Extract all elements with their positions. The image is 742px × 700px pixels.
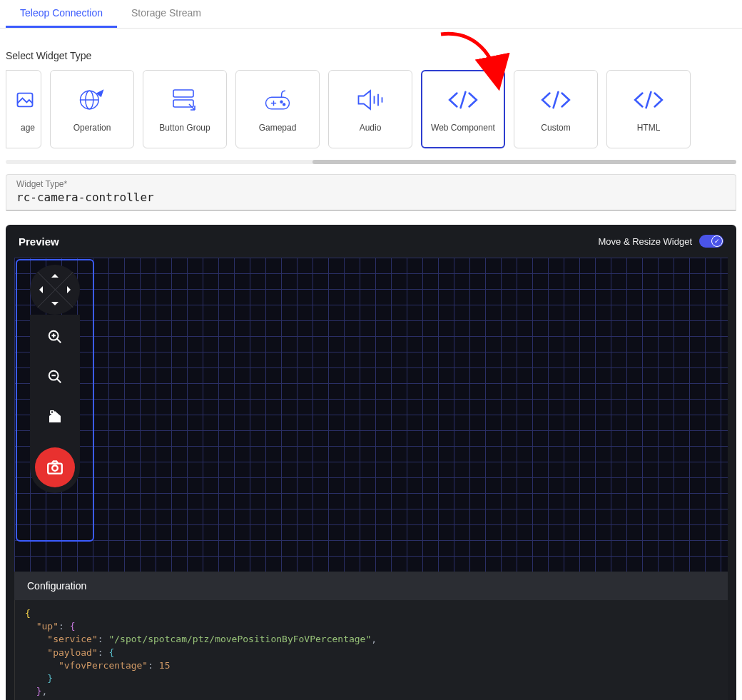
widget-type-field[interactable]: Widget Type* rc-camera-controller xyxy=(6,174,736,210)
configuration-code[interactable]: { "up": { "service": "/spot/spotcam/ptz/… xyxy=(14,600,728,700)
preview-grid[interactable] xyxy=(14,258,728,572)
widget-scrollbar-track[interactable] xyxy=(6,160,736,164)
widget-type-field-label: Widget Type* xyxy=(16,179,726,189)
widget-type-scroller: ageOperationButton GroupGamepadAudioWeb … xyxy=(6,70,736,164)
widget-card-html[interactable]: HTML xyxy=(606,70,691,148)
code-icon xyxy=(539,86,573,114)
svg-line-15 xyxy=(554,92,559,108)
zoom-in-button[interactable] xyxy=(46,328,64,346)
widget-card-image-partial[interactable]: age xyxy=(6,70,41,148)
configuration-header: Configuration xyxy=(14,572,728,600)
tab-teleop-connection[interactable]: Teleop Connection xyxy=(6,0,117,28)
widget-scrollbar-thumb[interactable] xyxy=(312,160,736,164)
button-group-icon xyxy=(168,86,202,114)
code-icon xyxy=(446,86,480,114)
widget-card-operation[interactable]: Operation xyxy=(50,70,134,148)
svg-point-27 xyxy=(52,465,58,471)
dpad-right[interactable] xyxy=(67,286,74,293)
image-icon xyxy=(15,86,35,114)
widget-card-web-component[interactable]: Web Component xyxy=(421,70,505,148)
svg-line-18 xyxy=(57,339,61,343)
camera-controller-widget[interactable] xyxy=(16,259,94,542)
widget-card-label: Gamepad xyxy=(259,123,297,133)
tab-bar: Teleop Connection Storage Stream xyxy=(0,0,742,29)
preview-title: Preview xyxy=(19,235,59,248)
audio-icon xyxy=(353,86,387,114)
svg-point-25 xyxy=(51,411,53,412)
zoom-out-button[interactable] xyxy=(46,367,64,386)
capture-button[interactable] xyxy=(35,447,75,487)
tab-storage-stream[interactable]: Storage Stream xyxy=(117,0,215,28)
code-icon xyxy=(631,86,666,114)
widget-card-label: Web Component xyxy=(431,123,495,133)
svg-line-14 xyxy=(461,92,466,108)
widget-card-gamepad[interactable]: Gamepad xyxy=(235,70,320,148)
gamepad-icon xyxy=(260,86,295,114)
widget-card-label: age xyxy=(21,123,35,133)
svg-line-22 xyxy=(57,379,61,383)
dpad-up[interactable] xyxy=(51,270,59,278)
widget-card-custom[interactable]: Custom xyxy=(514,70,598,148)
dpad[interactable] xyxy=(30,265,80,315)
svg-rect-4 xyxy=(173,90,193,97)
widget-type-field-value: rc-camera-controller xyxy=(16,191,726,204)
svg-rect-6 xyxy=(266,97,290,109)
home-preset-button[interactable] xyxy=(46,407,64,426)
widget-card-label: HTML xyxy=(637,123,661,133)
dpad-left[interactable] xyxy=(36,286,43,293)
widget-card-label: Button Group xyxy=(159,123,210,133)
widget-card-button-group[interactable]: Button Group xyxy=(143,70,227,148)
svg-line-16 xyxy=(646,92,651,108)
widget-card-label: Operation xyxy=(73,123,111,133)
svg-point-9 xyxy=(280,101,283,103)
widget-card-audio[interactable]: Audio xyxy=(328,70,412,148)
move-resize-label: Move & Resize Widget xyxy=(599,236,693,247)
dpad-down[interactable] xyxy=(51,302,59,309)
widget-card-label: Audio xyxy=(360,123,382,133)
select-widget-type-label: Select Widget Type xyxy=(6,50,736,61)
globe-arrow-icon xyxy=(75,86,109,114)
move-resize-toggle[interactable] xyxy=(699,235,723,248)
preview-panel: Preview Move & Resize Widget xyxy=(6,225,736,700)
widget-card-label: Custom xyxy=(541,123,570,133)
svg-point-10 xyxy=(283,103,285,106)
